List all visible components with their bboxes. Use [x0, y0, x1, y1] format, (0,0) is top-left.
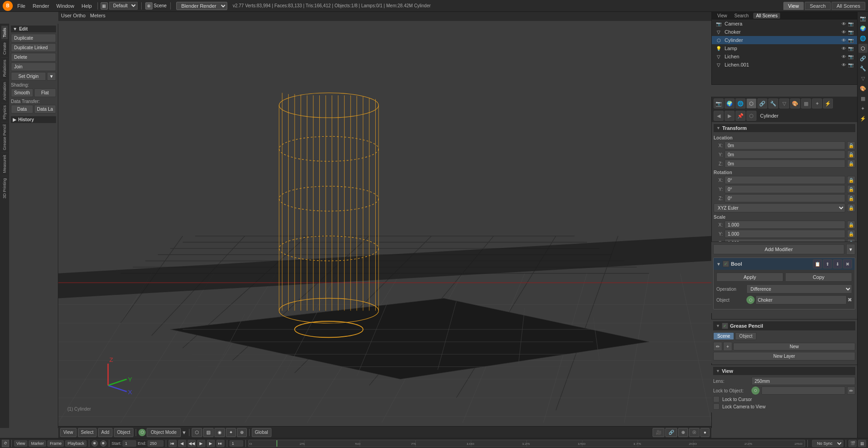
scale-y-input[interactable] [725, 230, 845, 238]
outliner-tab-view[interactable]: View [715, 13, 730, 19]
vp-right-icon-1[interactable]: 🎥 [653, 428, 664, 437]
set-origin-arrow[interactable]: ▼ [47, 72, 56, 81]
rot-y-lock[interactable]: 🔒 [847, 185, 855, 193]
duplicate-button[interactable]: Duplicate [11, 34, 56, 42]
cylinder-visible-icon[interactable]: 👁 [842, 38, 846, 43]
object-mode-selector[interactable]: Object Mode [147, 428, 181, 437]
menu-render[interactable]: Render [30, 2, 52, 10]
add-modifier-arrow[interactable]: ▼ [846, 244, 855, 255]
props-physics-icon[interactable]: ⚡ [823, 98, 833, 108]
bool-icon-3[interactable]: ⬇ [833, 259, 842, 268]
camera-render-icon[interactable]: 📷 [848, 21, 853, 26]
viewport[interactable]: User Ortho Meters [58, 12, 711, 438]
gp-checkbox[interactable]: ✓ [722, 323, 728, 329]
view-header[interactable]: ▼ View [713, 367, 855, 375]
rot-z-input[interactable] [725, 194, 845, 202]
lock-cursor-checkbox[interactable] [713, 396, 720, 402]
data-button[interactable]: Data [11, 105, 33, 113]
viewport-icon-3[interactable]: ◉ [214, 428, 225, 437]
cylinder-render-icon[interactable]: 📷 [848, 38, 853, 43]
lens-input[interactable] [751, 377, 855, 385]
tab-3dprinting[interactable]: 3D Printing [1, 176, 8, 201]
outliner-item-lichen[interactable]: ▽ Lichen 👁 📷 [712, 52, 857, 61]
prev-frame-btn[interactable]: ◀ [178, 440, 186, 447]
gp-add-icon[interactable]: + [723, 342, 732, 351]
scale-y-lock[interactable]: 🔒 [847, 230, 855, 238]
bool-icon-1[interactable]: 📋 [813, 259, 822, 268]
vp-view-btn[interactable]: View [60, 428, 77, 437]
tab-tools[interactable]: Tools [1, 26, 8, 39]
outliner-item-cylinder[interactable]: ⬡ Cylinder 👁 📷 [712, 36, 857, 44]
outliner-item-lichen001[interactable]: ▽ Lichen.001 👁 📷 [712, 61, 857, 69]
tab-animation[interactable]: Animation [1, 80, 8, 102]
menu-help[interactable]: Help [79, 2, 95, 10]
right-icon-render[interactable]: 📷 [858, 14, 868, 23]
timeline-playback-btn[interactable]: Playback [65, 440, 87, 447]
tab-relations[interactable]: Relations [1, 57, 8, 79]
gp-pencil-icon[interactable]: ✏ [713, 342, 722, 351]
right-icon-data[interactable]: ▽ [858, 74, 868, 83]
viewport-icon-5[interactable]: ⊕ [237, 428, 247, 437]
transform-orientation[interactable]: Global [252, 428, 271, 437]
timeline-marker-btn[interactable]: Marker [29, 440, 46, 447]
props-header-icon-2[interactable]: ▶ [725, 111, 735, 121]
render-engine-selector[interactable]: Blender Render [176, 2, 227, 10]
loc-x-lock[interactable]: 🔒 [847, 141, 855, 149]
bool-copy-btn[interactable]: Copy [785, 273, 852, 282]
right-icon-world[interactable]: 🌐 [858, 34, 868, 43]
choker-visible-icon[interactable]: 👁 [842, 30, 846, 35]
viewport-canvas[interactable]: X Y Z (1) Cylinder [58, 21, 711, 426]
props-texture-icon[interactable]: ▦ [801, 98, 811, 108]
grease-pencil-header[interactable]: ▼ ✓ Grease Pencil [713, 321, 855, 330]
right-icon-texture[interactable]: ▦ [858, 94, 868, 103]
play-back-btn[interactable]: ◀◀ [188, 440, 196, 447]
blender-logo[interactable]: B [3, 1, 13, 11]
props-header-icon-1[interactable]: ◀ [714, 111, 724, 121]
bool-icon-2[interactable]: ⬆ [823, 259, 832, 268]
vp-right-icon-5[interactable]: ● [700, 428, 710, 437]
transform-header[interactable]: ▼ Transform [714, 124, 855, 132]
menu-file[interactable]: File [15, 2, 28, 10]
lock-obj-input[interactable] [761, 386, 845, 395]
smooth-button[interactable]: Smooth [11, 88, 33, 97]
lock-camera-checkbox[interactable] [713, 403, 720, 410]
outliner-tab-search[interactable]: Search [732, 13, 752, 19]
props-constraints-icon[interactable]: 🔗 [757, 98, 767, 108]
lichen-render-icon[interactable]: 📷 [848, 54, 853, 59]
vp-right-icon-3[interactable]: ⊕ [678, 428, 688, 437]
vp-right-icon-4[interactable]: ☉ [689, 428, 700, 437]
history-header[interactable]: ▶ History [11, 116, 56, 123]
record-icon[interactable]: ⏺ [92, 440, 98, 447]
props-material-icon[interactable]: 🎨 [790, 98, 800, 108]
outliner-tab-all-scenes[interactable]: All Scenes [832, 2, 865, 10]
loc-z-input[interactable] [725, 160, 845, 168]
lock-obj-edit[interactable]: ✏ [847, 386, 855, 395]
lichen001-render-icon[interactable]: 📷 [848, 62, 853, 67]
props-scene-icon[interactable]: 🌍 [725, 98, 735, 108]
euler-lock[interactable]: 🔒 [847, 204, 855, 212]
tab-grease-pencil[interactable]: Grease Pencil [1, 122, 8, 152]
gp-object-tab[interactable]: Object [735, 332, 756, 340]
vp-select-btn[interactable]: Select [78, 428, 97, 437]
bool-icon-4[interactable]: ✖ [843, 259, 852, 268]
rot-x-lock[interactable]: 🔒 [847, 176, 855, 184]
menu-window[interactable]: Window [54, 2, 77, 10]
props-modifier-icon[interactable]: 🔧 [768, 98, 778, 108]
rot-x-input[interactable] [725, 176, 845, 184]
right-icon-scene[interactable]: 🌍 [858, 24, 868, 33]
props-object-icon[interactable]: ⬡ [746, 98, 756, 108]
vp-object-btn[interactable]: Object [114, 428, 133, 437]
next-frame-btn[interactable]: ▶ [207, 440, 215, 447]
right-icon-material[interactable]: 🎨 [858, 84, 868, 93]
rot-y-input[interactable] [725, 185, 845, 193]
camera-visible-icon[interactable]: 👁 [842, 21, 846, 26]
jump-start-btn[interactable]: ⏮ [168, 440, 177, 447]
right-icon-physics[interactable]: ⚡ [858, 114, 868, 123]
tab-measureit[interactable]: Measureit [1, 153, 8, 175]
current-frame-input[interactable] [230, 440, 243, 447]
props-header-icon-4[interactable]: ⬡ [746, 111, 756, 121]
mode-dropdown-arrow[interactable]: ▼ [182, 430, 187, 435]
props-world-icon[interactable]: 🌐 [735, 98, 745, 108]
props-render-icon[interactable]: 📷 [714, 98, 724, 108]
join-button[interactable]: Join [11, 62, 56, 71]
